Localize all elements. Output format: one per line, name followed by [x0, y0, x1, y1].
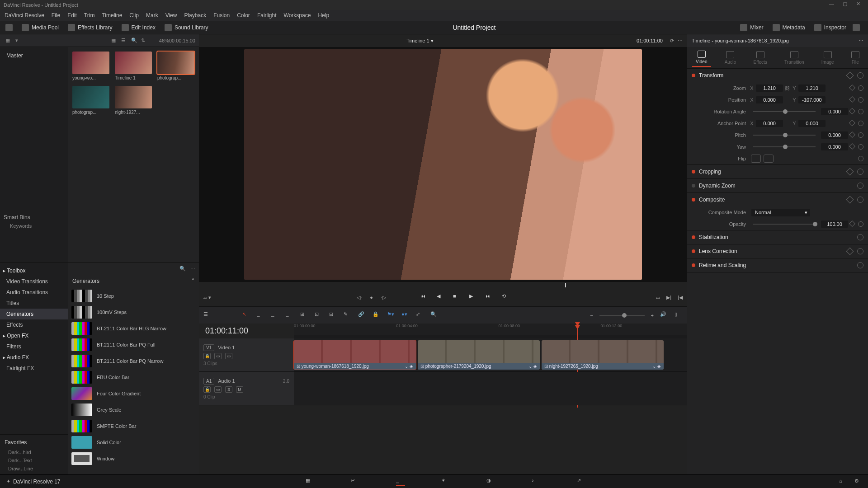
section-cropping[interactable]: Cropping — [687, 165, 868, 178]
effect-item[interactable]: BT.2111 Color Bar HLG Narrow — [68, 320, 199, 337]
stop-icon[interactable]: ■ — [453, 293, 461, 301]
home-icon[interactable]: ⌂ — [839, 478, 846, 485]
settings-icon[interactable]: ⚙ — [854, 478, 862, 485]
tab-transition[interactable]: Transition — [781, 49, 808, 66]
blade-tool-icon[interactable]: ⎯ — [286, 311, 294, 319]
effect-item[interactable]: Window — [68, 450, 199, 467]
search-icon[interactable]: 🔍 — [131, 38, 137, 44]
menu-item[interactable]: File — [52, 12, 60, 19]
viewer-zoom[interactable]: 46% — [159, 38, 169, 43]
play-icon[interactable]: ▶ — [469, 293, 477, 301]
effects-library-toggle[interactable]: Effects Library — [68, 24, 112, 31]
menu-item[interactable]: Workspace — [284, 12, 311, 19]
favorite-item[interactable]: Dark...hird — [0, 448, 68, 456]
pos-y-input[interactable]: -107.000 — [798, 96, 826, 103]
link-icon[interactable]: 🔗 — [358, 311, 366, 319]
dynamic-trim-icon[interactable]: ⎯ — [271, 311, 279, 319]
menu-item[interactable]: Fusion — [213, 12, 230, 19]
fx-category[interactable]: ▸ Audio FX — [0, 352, 68, 363]
pitch-slider[interactable] — [753, 135, 816, 136]
pitch-input[interactable]: 0.000 — [821, 131, 848, 139]
zoom-in-icon[interactable]: + — [651, 313, 654, 318]
timeline-clip[interactable]: ⊡ night-1927265_1920.jpg⌄ ◈ — [542, 340, 664, 370]
expand-right-icon[interactable] — [853, 24, 863, 31]
effect-item[interactable]: Four Color Gradient — [68, 385, 199, 402]
chevron-up-icon[interactable]: ˄ — [192, 278, 194, 284]
transform-overlay-icon[interactable]: ▱ ▾ — [203, 295, 211, 300]
insert-icon[interactable]: ⊞ — [300, 311, 308, 319]
zoom-detail-icon[interactable]: 🔍 — [430, 311, 439, 319]
timeline-view-icon[interactable]: ☰ — [203, 311, 212, 319]
effect-item[interactable]: EBU Color Bar — [68, 369, 199, 385]
audio-track-lane[interactable] — [294, 372, 687, 405]
section-dynamic-zoom[interactable]: Dynamic Zoom — [687, 179, 868, 192]
list-view-icon[interactable]: ☰ — [121, 38, 127, 44]
timeline-timecode[interactable]: 01:00:11:00 — [199, 324, 294, 338]
section-transform[interactable]: Transform — [687, 69, 868, 82]
more-icon[interactable]: ⋯ — [190, 266, 195, 272]
next-clip-icon[interactable]: ▶| — [666, 295, 671, 300]
favorite-item[interactable]: Dark...Text — [0, 456, 68, 465]
rotation-slider[interactable] — [753, 111, 816, 112]
favorite-item[interactable]: Draw...Line — [0, 465, 68, 473]
link-icon[interactable]: ⛓ — [785, 85, 792, 91]
effect-item[interactable]: BT.2111 Color Bar PQ Narrow — [68, 353, 199, 369]
keyframe-icon[interactable] — [846, 72, 854, 80]
menu-item[interactable]: Help — [318, 12, 329, 19]
anchor-y-input[interactable]: 0.000 — [798, 120, 826, 127]
menu-item[interactable]: Mark — [146, 12, 158, 19]
pos-x-input[interactable]: 0.000 — [756, 96, 783, 103]
menu-item[interactable]: Playback — [184, 12, 206, 19]
inspector-toggle[interactable]: Inspector — [814, 24, 846, 31]
flip-v-button[interactable] — [764, 155, 774, 163]
fx-category[interactable]: Video Transitions — [0, 276, 68, 287]
menu-item[interactable]: Clip — [129, 12, 139, 19]
section-lens-correction[interactable]: Lens Correction — [687, 244, 868, 258]
zoom-x-input[interactable]: 1.210 — [756, 84, 783, 92]
replace-icon[interactable]: ⊟ — [329, 311, 337, 319]
more-icon[interactable]: ⋯ — [151, 38, 157, 44]
media-thumb[interactable]: photograp... — [157, 52, 194, 80]
cut-page-icon[interactable]: ✂ — [351, 478, 360, 486]
mute-icon[interactable]: M — [236, 386, 243, 393]
expand-icon[interactable] — [5, 24, 15, 31]
effect-item[interactable]: 10 Step — [68, 288, 199, 304]
color-page-icon[interactable]: ◑ — [486, 478, 495, 486]
timeline-clip[interactable]: ⊡ young-woman-1867618_1920.jpg⌄ ◈ — [294, 340, 416, 370]
metadata-toggle[interactable]: Metadata — [773, 24, 805, 31]
timeline-clip[interactable]: ⊡ photographer-2179204_1920.jpg⌄ ◈ — [418, 340, 540, 370]
bypass-icon[interactable]: ⟳ — [670, 38, 674, 44]
grid-view-icon[interactable]: ▦ — [111, 38, 118, 44]
edit-index-toggle[interactable]: Edit Index — [122, 24, 156, 31]
mixer-mini-icon[interactable]: ▯ — [675, 311, 683, 319]
program-viewer[interactable] — [199, 47, 687, 282]
more-icon[interactable]: ⋯ — [859, 38, 863, 44]
chevron-down-icon[interactable]: ▾ — [15, 38, 22, 44]
tab-image[interactable]: Image — [818, 49, 838, 66]
viewer-scrubber[interactable] — [199, 282, 687, 288]
media-pool-toggle[interactable]: Media Pool — [22, 24, 59, 31]
prev-clip-icon[interactable]: |◀ — [678, 295, 683, 300]
effect-item[interactable]: SMPTE Color Bar — [68, 418, 199, 434]
media-thumb[interactable]: night-1927... — [115, 86, 152, 115]
keywords-bin[interactable]: Keywords — [4, 221, 64, 231]
effect-item[interactable]: Grey Scale — [68, 402, 199, 418]
match-frame-icon[interactable]: ▭ — [656, 295, 660, 300]
search-icon[interactable]: 🔍 — [179, 266, 186, 272]
zoom-fit-icon[interactable]: ⤢ — [416, 311, 424, 319]
flip-h-button[interactable] — [751, 155, 761, 163]
mixer-toggle[interactable]: Mixer — [740, 24, 763, 31]
lock-track-icon[interactable]: 🔒 — [203, 386, 211, 393]
media-thumb[interactable]: photograp... — [72, 86, 109, 115]
menu-item[interactable]: Timeline — [102, 12, 122, 19]
yaw-slider[interactable] — [753, 146, 816, 147]
razor-icon[interactable]: ✎ — [344, 311, 352, 319]
sort-icon[interactable]: ⇅ — [141, 38, 147, 44]
section-stabilization[interactable]: Stabilization — [687, 230, 868, 244]
fx-category[interactable]: Audio Transitions — [0, 287, 68, 298]
overwrite-icon[interactable]: ⊡ — [315, 311, 323, 319]
fx-category[interactable]: Effects — [0, 319, 68, 330]
chevron-down-icon[interactable]: ▾ — [431, 38, 434, 43]
maximize-icon[interactable]: ▢ — [843, 1, 851, 9]
sound-library-toggle[interactable]: Sound Library — [165, 24, 208, 31]
